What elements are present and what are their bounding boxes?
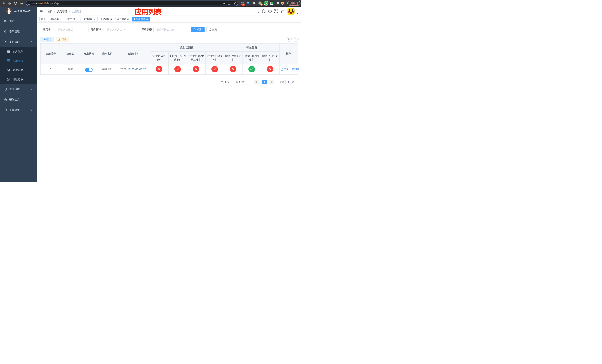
svg-text:1: 1 bbox=[261, 3, 262, 5]
svg-text:y: y bbox=[265, 2, 267, 5]
svg-text:10: 10 bbox=[242, 4, 244, 6]
